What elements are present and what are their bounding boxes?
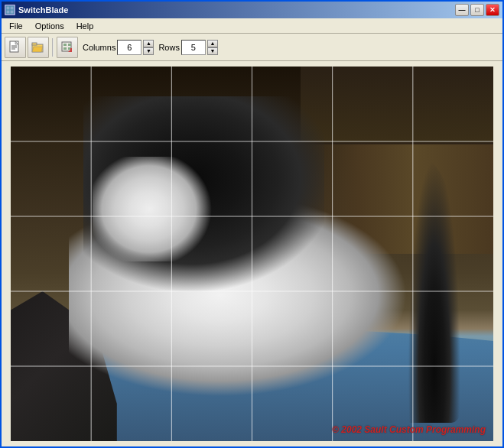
svg-rect-13 — [68, 44, 71, 46]
title-bar: SwitchBlade — □ ✕ — [2, 2, 502, 18]
svg-marker-10 — [32, 47, 43, 52]
main-content: © 2002 Sault Custom Programming — [2, 61, 502, 446]
rows-label: Rows — [158, 43, 180, 52]
toolbar-new-button[interactable] — [5, 37, 26, 58]
toolbar: Columns ▲ ▼ Rows ▲ ▼ — [2, 34, 502, 61]
svg-rect-11 — [62, 42, 71, 51]
toolbar-open-button[interactable] — [28, 37, 49, 58]
copyright-text: © 2002 Sault Custom Programming — [332, 424, 486, 435]
app-icon — [5, 5, 15, 15]
toolbar-separator — [52, 38, 54, 57]
columns-down-button[interactable]: ▼ — [143, 47, 154, 55]
photo-scene: © 2002 Sault Custom Programming — [11, 67, 493, 441]
columns-up-button[interactable]: ▲ — [143, 40, 154, 47]
svg-rect-12 — [63, 44, 67, 46]
columns-label: Columns — [83, 43, 115, 52]
app-title: SwitchBlade — [18, 5, 68, 15]
rows-spinner: ▲ ▼ — [181, 40, 218, 55]
app-window: SwitchBlade — □ ✕ File Options Help — [0, 0, 504, 448]
columns-arrows: ▲ ▼ — [143, 40, 154, 55]
title-bar-buttons: — □ ✕ — [455, 4, 499, 16]
title-bar-left: SwitchBlade — [5, 5, 68, 15]
maximize-button[interactable]: □ — [470, 4, 484, 16]
columns-spinner: ▲ ▼ — [117, 40, 154, 55]
svg-rect-17 — [70, 48, 72, 52]
rows-arrows: ▲ ▼ — [207, 40, 218, 55]
close-button[interactable]: ✕ — [486, 4, 499, 16]
rows-up-button[interactable]: ▲ — [207, 40, 218, 47]
menu-options[interactable]: Options — [29, 20, 70, 32]
menu-help[interactable]: Help — [70, 20, 100, 32]
svg-rect-14 — [63, 47, 67, 50]
rows-down-button[interactable]: ▼ — [207, 47, 218, 55]
grid-overlay — [11, 67, 493, 441]
image-container: © 2002 Sault Custom Programming — [11, 67, 493, 441]
menu-bar: File Options Help — [2, 18, 502, 34]
svg-rect-9 — [32, 43, 37, 45]
toolbar-export-button[interactable] — [57, 37, 78, 58]
rows-input[interactable] — [181, 40, 206, 55]
columns-input[interactable] — [117, 40, 141, 55]
menu-file[interactable]: File — [3, 20, 29, 32]
minimize-button[interactable]: — — [455, 4, 469, 16]
